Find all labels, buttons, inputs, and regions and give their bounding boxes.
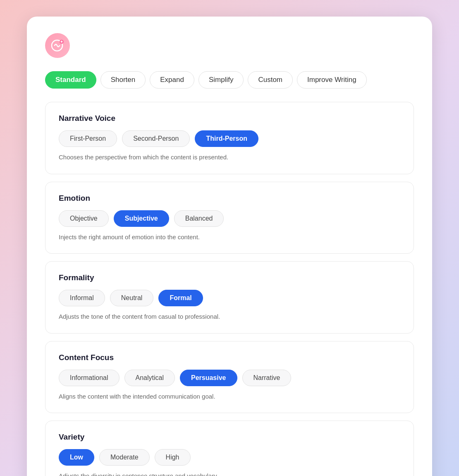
- option-content-focus-informational[interactable]: Informational: [59, 370, 120, 386]
- main-card: StandardShortenExpandSimplifyCustomImpro…: [27, 17, 432, 476]
- options-row-variety: LowModerateHigh: [59, 449, 400, 466]
- preset-tab-expand[interactable]: Expand: [150, 71, 194, 89]
- option-variety-low[interactable]: Low: [59, 449, 94, 466]
- option-formality-informal[interactable]: Informal: [59, 290, 105, 306]
- options-row-formality: InformalNeutralFormal: [59, 290, 400, 306]
- section-description-narrative-voice: Chooses the perspective from which the c…: [59, 153, 400, 162]
- section-label-formality: Formality: [59, 273, 400, 282]
- option-variety-high[interactable]: High: [155, 449, 191, 466]
- section-emotion: EmotionObjectiveSubjectiveBalancedInject…: [45, 182, 414, 254]
- section-label-emotion: Emotion: [59, 194, 400, 203]
- section-description-content-focus: Aligns the content with the intended com…: [59, 392, 400, 401]
- options-row-emotion: ObjectiveSubjectiveBalanced: [59, 210, 400, 227]
- section-description-emotion: Injects the right amount of emotion into…: [59, 233, 400, 242]
- section-variety: VarietyLowModerateHighAdjusts the divers…: [45, 421, 414, 476]
- preset-tabs: StandardShortenExpandSimplifyCustomImpro…: [45, 71, 414, 89]
- preset-tab-standard[interactable]: Standard: [45, 71, 96, 89]
- sections-container: Narrative VoiceFirst-PersonSecond-Person…: [45, 102, 414, 476]
- option-content-focus-narrative[interactable]: Narrative: [242, 370, 292, 386]
- option-narrative-voice-second-person[interactable]: Second-Person: [122, 130, 190, 147]
- header: [45, 33, 414, 58]
- options-row-content-focus: InformationalAnalyticalPersuasiveNarrati…: [59, 370, 400, 386]
- preset-tab-simplify[interactable]: Simplify: [198, 71, 244, 89]
- preset-tab-shorten[interactable]: Shorten: [100, 71, 146, 89]
- section-label-variety: Variety: [59, 433, 400, 442]
- option-emotion-objective[interactable]: Objective: [59, 210, 109, 227]
- options-row-narrative-voice: First-PersonSecond-PersonThird-Person: [59, 130, 400, 147]
- option-emotion-balanced[interactable]: Balanced: [174, 210, 224, 227]
- logo-icon: [45, 33, 70, 58]
- option-variety-moderate[interactable]: Moderate: [99, 449, 150, 466]
- option-emotion-subjective[interactable]: Subjective: [114, 210, 169, 227]
- section-label-content-focus: Content Focus: [59, 353, 400, 362]
- option-content-focus-persuasive[interactable]: Persuasive: [180, 370, 237, 386]
- preset-tab-improve-writing[interactable]: Improve Writing: [297, 71, 367, 89]
- option-narrative-voice-third-person[interactable]: Third-Person: [195, 130, 258, 147]
- section-label-narrative-voice: Narrative Voice: [59, 114, 400, 123]
- preset-tab-custom[interactable]: Custom: [248, 71, 293, 89]
- option-narrative-voice-first-person[interactable]: First-Person: [59, 130, 117, 147]
- section-formality: FormalityInformalNeutralFormalAdjusts th…: [45, 261, 414, 334]
- section-description-variety: Adjusts the diversity in sentence struct…: [59, 471, 400, 476]
- section-content-focus: Content FocusInformationalAnalyticalPers…: [45, 341, 414, 413]
- section-narrative-voice: Narrative VoiceFirst-PersonSecond-Person…: [45, 102, 414, 174]
- option-formality-formal[interactable]: Formal: [158, 290, 203, 306]
- option-content-focus-analytical[interactable]: Analytical: [124, 370, 175, 386]
- section-description-formality: Adjusts the tone of the content from cas…: [59, 312, 400, 322]
- option-formality-neutral[interactable]: Neutral: [110, 290, 154, 306]
